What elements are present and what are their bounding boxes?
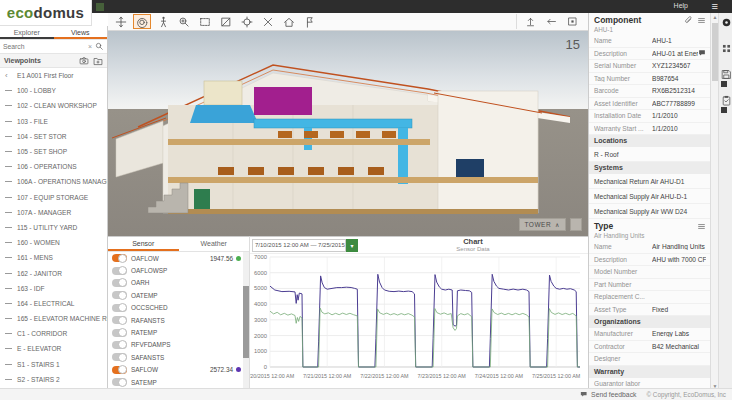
component-panel-scrollbar[interactable]: ▲ ▼ bbox=[710, 13, 718, 390]
save-icon[interactable] bbox=[719, 65, 732, 91]
panel-list-item[interactable]: Mechanical Return Air AHU-D1 bbox=[589, 174, 710, 189]
paperclip-icon[interactable] bbox=[684, 16, 693, 35]
sensor-toggle[interactable] bbox=[112, 366, 127, 374]
tool-up-arrow-icon[interactable] bbox=[521, 14, 539, 29]
viewpoint-item[interactable]: 106A - OPERATIONS MANAGER bbox=[0, 174, 107, 189]
sensor-toggle[interactable] bbox=[112, 378, 127, 386]
app-grid-icon[interactable] bbox=[96, 3, 104, 11]
send-feedback-link[interactable]: Send feedback bbox=[580, 391, 636, 399]
search-input[interactable] bbox=[3, 43, 85, 50]
panel-list-item[interactable]: Mechanical Supply Air WW D24 bbox=[589, 204, 710, 219]
sensor-name: RATEMP bbox=[131, 329, 241, 336]
sensor-row[interactable]: RATEMP bbox=[108, 326, 249, 338]
sensor-scrollbar-thumb[interactable] bbox=[243, 286, 249, 358]
viewpoint-dash-icon bbox=[5, 288, 12, 289]
panel-list-item[interactable]: Mechanical Supply Air AHU-D-1 bbox=[589, 189, 710, 204]
tool-walk-icon[interactable] bbox=[154, 14, 172, 29]
chart-panel: 7/10/2015 12:00 AM — 7/25/2015 12:00 AM … bbox=[250, 236, 588, 388]
sensor-row[interactable]: OAFLOW1947.56 bbox=[108, 252, 249, 264]
viewpoint-item[interactable]: 115 - UTILITY YARD bbox=[0, 220, 107, 235]
grid-icon[interactable] bbox=[719, 39, 732, 65]
viewpoint-item[interactable]: ‹E1 A001 First Floor bbox=[0, 68, 107, 83]
sensor-toggle[interactable] bbox=[112, 353, 127, 361]
sensor-row[interactable]: SAFLOW2572.34 bbox=[108, 364, 249, 376]
sensor-toggle[interactable] bbox=[112, 329, 127, 337]
viewpoint-item[interactable]: 103 - FILE bbox=[0, 114, 107, 129]
viewpoint-item[interactable]: 100 - LOBBY bbox=[0, 83, 107, 98]
panel-list-item[interactable]: R - Roof bbox=[589, 147, 710, 162]
viewpoint-item[interactable]: E - ELEVATOR bbox=[0, 341, 107, 356]
viewpoint-item[interactable]: C1 - CORRIDOR bbox=[0, 326, 107, 341]
date-range-input[interactable]: 7/10/2015 12:00 AM — 7/25/2015 12:00 AM bbox=[252, 239, 346, 252]
sidebar-tab-views[interactable]: Views bbox=[54, 26, 108, 39]
sensor-row[interactable]: OCCSCHED bbox=[108, 302, 249, 314]
power-icon[interactable] bbox=[719, 13, 732, 39]
caret-up-icon: ∧ bbox=[555, 221, 560, 228]
sensor-row[interactable]: OATEMP bbox=[108, 289, 249, 301]
clear-search-icon[interactable]: × bbox=[88, 43, 92, 50]
sensor-toggle[interactable] bbox=[112, 316, 127, 324]
clipboard-icon[interactable] bbox=[719, 91, 732, 117]
viewpoint-item[interactable]: 107 - EQUIP STORAGE bbox=[0, 190, 107, 205]
viewpoint-item[interactable]: S2 - STAIRS 2 bbox=[0, 372, 107, 387]
tool-section-icon[interactable] bbox=[217, 14, 235, 29]
search-icon[interactable] bbox=[95, 42, 104, 51]
date-range-dropdown-button[interactable]: ▾ bbox=[346, 239, 358, 252]
field-value: AHU with 7000 CFM bbox=[652, 256, 706, 263]
tool-explode-icon[interactable] bbox=[259, 14, 277, 29]
sensor-toggle[interactable] bbox=[112, 279, 127, 287]
sensor-row[interactable]: SATEMP bbox=[108, 376, 249, 388]
sensor-toggle[interactable] bbox=[112, 304, 127, 312]
viewpoint-item[interactable]: S1 - STAIRS 1 bbox=[0, 357, 107, 372]
viewpoint-item[interactable]: 102 - CLEAN WORKSHOP bbox=[0, 98, 107, 113]
3d-viewport[interactable]: 15 TOWER ∧ bbox=[108, 31, 588, 236]
hamburger-menu-icon[interactable]: ≡ bbox=[712, 0, 718, 13]
camera-icon[interactable] bbox=[79, 56, 89, 66]
viewpoint-item[interactable]: 163 - IDF bbox=[0, 281, 107, 296]
viewpoint-item[interactable]: 160 - WOMEN bbox=[0, 235, 107, 250]
sensor-toggle[interactable] bbox=[112, 254, 127, 262]
tab-weather[interactable]: Weather bbox=[179, 237, 250, 251]
comment-icon[interactable] bbox=[698, 49, 706, 57]
sidebar-tab-explorer[interactable]: Explorer bbox=[0, 26, 54, 39]
viewpoint-item[interactable]: 105 - SET SHOP bbox=[0, 144, 107, 159]
tool-box-icon[interactable] bbox=[563, 14, 581, 29]
tool-back-arrow-icon[interactable] bbox=[542, 14, 560, 29]
help-link[interactable]: Help bbox=[674, 2, 688, 9]
sensor-scrollbar[interactable] bbox=[243, 252, 249, 388]
sensor-toggle[interactable] bbox=[112, 291, 127, 299]
footer-bar: Send feedback © Copyright, EcoDomus, Inc bbox=[0, 388, 732, 400]
tool-pan-icon[interactable] bbox=[112, 14, 130, 29]
viewpoint-dash-icon bbox=[5, 227, 12, 228]
tool-focus-icon[interactable] bbox=[238, 14, 256, 29]
list-icon[interactable] bbox=[697, 222, 706, 241]
sensor-toggle[interactable] bbox=[112, 267, 127, 275]
tool-orbit-icon[interactable] bbox=[133, 14, 151, 29]
sensor-row[interactable]: RAFANSTS bbox=[108, 314, 249, 326]
tool-home-icon[interactable] bbox=[280, 14, 298, 29]
tower-side-button[interactable] bbox=[570, 218, 582, 231]
viewpoint-label: C1 - CORRIDOR bbox=[17, 330, 67, 337]
viewpoint-item[interactable]: 104 - SET STOR bbox=[0, 129, 107, 144]
sensor-toggle[interactable] bbox=[112, 341, 127, 349]
list-icon[interactable] bbox=[697, 16, 706, 35]
tool-markup-icon[interactable] bbox=[301, 14, 319, 29]
viewpoint-item[interactable]: 161 - MENS bbox=[0, 250, 107, 265]
add-folder-icon[interactable] bbox=[93, 56, 103, 66]
sensor-row[interactable]: OARH bbox=[108, 277, 249, 289]
tower-dropdown-button[interactable]: TOWER ∧ bbox=[519, 218, 566, 231]
sensor-row[interactable]: OAFLOWSP bbox=[108, 264, 249, 276]
viewpoint-item[interactable]: 165 - ELEVATOR MACHINE ROOM bbox=[0, 311, 107, 326]
sensor-row[interactable]: SAFANSTS bbox=[108, 351, 249, 363]
viewpoint-item[interactable]: 107A - MANAGER bbox=[0, 205, 107, 220]
viewpoint-label: 164 - ELECTRICAL bbox=[17, 300, 75, 307]
tool-window-select-icon[interactable] bbox=[196, 14, 214, 29]
viewpoint-item[interactable]: 162 - JANITOR bbox=[0, 265, 107, 280]
viewpoint-item[interactable]: 106 - OPERATIONS bbox=[0, 159, 107, 174]
viewpoint-item[interactable]: 164 - ELECTRICAL bbox=[0, 296, 107, 311]
tab-sensor[interactable]: Sensor bbox=[108, 237, 179, 251]
sensor-row[interactable]: RFVFDAMPS bbox=[108, 339, 249, 351]
field-label: Model Number bbox=[594, 268, 652, 275]
tool-zoom-icon[interactable] bbox=[175, 14, 193, 29]
camera-icon bbox=[79, 56, 89, 66]
